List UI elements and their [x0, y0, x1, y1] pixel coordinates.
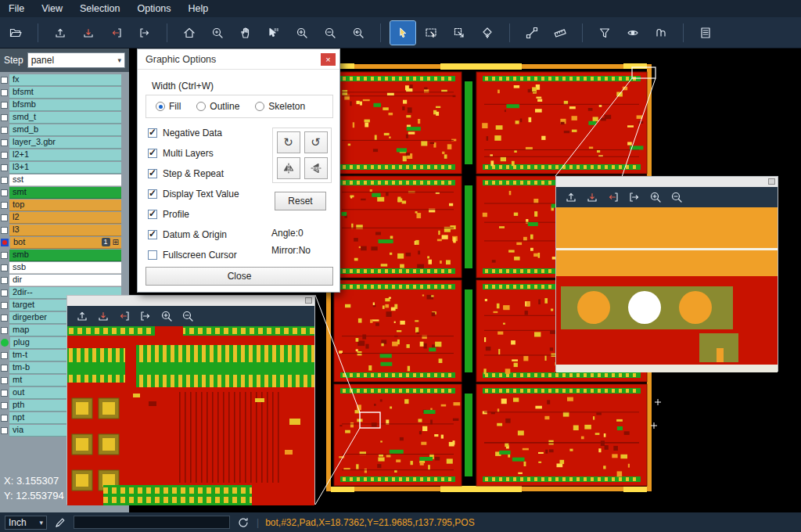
- layer-row-ssb[interactable]: ssb: [0, 261, 129, 274]
- magnifier-2-titlebar[interactable]: [556, 177, 778, 187]
- layer-visibility-checkbox[interactable]: [1, 77, 8, 84]
- layer-row-fx[interactable]: fx: [0, 74, 129, 86]
- menu-help[interactable]: Help: [180, 0, 217, 17]
- layer-visibility-checkbox[interactable]: [1, 365, 8, 372]
- rotate-cw-button[interactable]: ↻: [277, 131, 300, 153]
- layer-visibility-checkbox[interactable]: [1, 277, 8, 284]
- measure-point-button[interactable]: [519, 21, 544, 45]
- refresh-icon[interactable]: [236, 516, 250, 530]
- measure-button[interactable]: [548, 21, 573, 45]
- layer-visibility-checkbox[interactable]: [1, 252, 8, 259]
- step-select[interactable]: panel ▾: [27, 52, 125, 68]
- layer-row-smd_b[interactable]: smd_b: [0, 124, 129, 136]
- import-up-button[interactable]: [562, 189, 580, 205]
- option-datum-origin[interactable]: Datum & Origin: [148, 228, 239, 241]
- option-multi-layers[interactable]: Multi Layers: [148, 146, 239, 160]
- layer-row-l2+1[interactable]: l2+1: [0, 149, 129, 161]
- reset-button[interactable]: Reset: [275, 192, 326, 210]
- layer-visibility-checkbox[interactable]: [1, 327, 8, 334]
- layer-visibility-checkbox[interactable]: [1, 89, 8, 96]
- highlight-button[interactable]: [648, 21, 673, 45]
- export-right-button[interactable]: [137, 308, 154, 324]
- export-left-button[interactable]: [116, 308, 133, 324]
- dialog-titlebar[interactable]: Graphic Options: [138, 49, 339, 70]
- window-box-icon[interactable]: [768, 178, 775, 185]
- layer-visibility-checkbox[interactable]: [1, 189, 8, 196]
- option-profile[interactable]: Profile: [148, 207, 239, 221]
- layer-visibility-checkbox[interactable]: [1, 214, 8, 221]
- export-right-button[interactable]: [626, 189, 643, 205]
- filter-button[interactable]: [592, 21, 617, 45]
- layer-visibility-checkbox[interactable]: [1, 315, 8, 322]
- layer-visibility-checkbox[interactable]: [1, 289, 8, 297]
- layer-row-top[interactable]: top: [0, 199, 129, 211]
- fill-mode-fill[interactable]: Fill: [156, 101, 181, 112]
- menu-selection[interactable]: Selection: [71, 0, 128, 17]
- export-down-button[interactable]: [76, 21, 101, 45]
- layer-visibility-checkbox[interactable]: [1, 139, 8, 146]
- layer-visibility-checkbox[interactable]: [1, 377, 8, 384]
- layer-row-l2[interactable]: l2: [0, 211, 129, 224]
- layer-row-l3+1[interactable]: l3+1: [0, 161, 129, 174]
- fill-mode-outline[interactable]: Outline: [196, 101, 239, 112]
- option-negative-data[interactable]: Negative Data: [148, 126, 239, 139]
- export-down-button[interactable]: [584, 189, 601, 205]
- select-cursor-button[interactable]: [390, 21, 415, 45]
- magnifier-1-titlebar[interactable]: [67, 296, 314, 306]
- option-fullscreen-cursor[interactable]: Fullscreen Cursor: [148, 248, 239, 261]
- unit-select[interactable]: Inch ▾: [5, 516, 47, 530]
- close-button[interactable]: Close: [145, 267, 333, 286]
- layer-visibility-checkbox[interactable]: [1, 415, 8, 422]
- menu-view[interactable]: View: [33, 0, 71, 17]
- export-down-button[interactable]: [95, 308, 112, 324]
- layer-visibility-checkbox[interactable]: [1, 152, 8, 159]
- option-step-repeat[interactable]: Step & Repeat: [148, 167, 239, 180]
- mirror-vertical-button[interactable]: [304, 157, 328, 179]
- layer-visibility-checkbox[interactable]: [1, 227, 8, 234]
- layer-visibility-checkbox[interactable]: [1, 264, 8, 271]
- window-box-icon[interactable]: [305, 297, 312, 304]
- layer-visibility-checkbox[interactable]: [1, 177, 8, 184]
- transform-button[interactable]: [447, 21, 472, 45]
- rotate-ccw-button[interactable]: ↺: [304, 131, 328, 153]
- menu-file[interactable]: File: [0, 0, 33, 17]
- zoom-in-button[interactable]: [647, 189, 664, 205]
- layer-visibility-checkbox[interactable]: [1, 164, 8, 171]
- layer-row-layer_3.gbr[interactable]: layer_3.gbr: [0, 136, 129, 149]
- option-display-text-value[interactable]: Display Text Value: [148, 187, 239, 200]
- layer-row-smt[interactable]: smt: [0, 186, 129, 199]
- mirror-horizontal-button[interactable]: [277, 157, 300, 179]
- snap-button[interactable]: [475, 21, 500, 45]
- layer-visibility-checkbox[interactable]: [1, 390, 8, 397]
- layer-visibility-checkbox[interactable]: [1, 114, 8, 121]
- zoom-window-button[interactable]: [205, 21, 230, 45]
- layer-row-bot[interactable]: bot1⊞: [0, 236, 129, 249]
- close-icon[interactable]: ×: [321, 53, 336, 66]
- layer-visibility-checkbox[interactable]: [1, 402, 8, 409]
- import-up-button[interactable]: [48, 21, 73, 45]
- fill-mode-skeleton[interactable]: Skeleton: [255, 101, 305, 112]
- layer-row-smd_t[interactable]: smd_t: [0, 111, 129, 124]
- layer-visibility-checkbox[interactable]: [1, 427, 8, 434]
- export-left-button[interactable]: [104, 21, 129, 45]
- layer-row-bfsmt[interactable]: bfsmt: [0, 86, 129, 99]
- zoom-in-button[interactable]: [158, 308, 175, 324]
- layer-row-smb[interactable]: smb: [0, 249, 129, 261]
- zoom-out-button[interactable]: [179, 308, 196, 324]
- layer-visibility-checkbox[interactable]: [1, 352, 8, 359]
- layer-visibility-checkbox[interactable]: [1, 202, 8, 209]
- zoom-previous-button[interactable]: [346, 21, 371, 45]
- import-up-button[interactable]: [74, 308, 91, 324]
- zoom-out-button[interactable]: [318, 21, 343, 45]
- menu-options[interactable]: Options: [128, 0, 179, 17]
- open-file-button[interactable]: [3, 21, 28, 45]
- report-button[interactable]: [693, 21, 718, 45]
- export-left-button[interactable]: [605, 189, 622, 205]
- pan-button[interactable]: [233, 21, 258, 45]
- window-select-button[interactable]: [418, 21, 444, 45]
- layer-row-l3[interactable]: l3: [0, 224, 129, 236]
- view-options-button[interactable]: [620, 21, 645, 45]
- layer-row-sst[interactable]: sst: [0, 174, 129, 186]
- zoom-out-button[interactable]: [668, 189, 685, 205]
- layer-row-bfsmb[interactable]: bfsmb: [0, 99, 129, 111]
